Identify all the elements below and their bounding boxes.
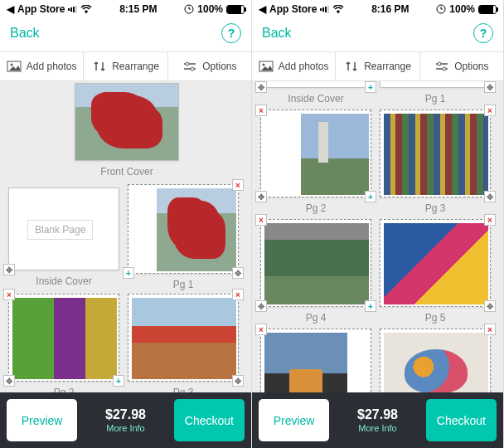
wifi-icon <box>332 5 344 13</box>
more-info-link[interactable]: More Info <box>106 423 144 433</box>
add-handle[interactable]: + <box>365 81 376 93</box>
delete-handle[interactable]: × <box>255 324 267 335</box>
add-photos-button[interactable]: Add photos <box>0 52 84 80</box>
add-photos-label: Add photos <box>27 61 77 72</box>
toolbar: Add photos Rearrange Options <box>252 51 503 81</box>
pg3-photo[interactable] <box>384 114 488 195</box>
delete-handle[interactable]: × <box>232 179 244 191</box>
move-handle[interactable]: ✥ <box>255 81 267 93</box>
rearrange-button[interactable]: Rearrange <box>84 52 167 80</box>
back-button[interactable]: Back <box>10 26 40 41</box>
phone-right: ◀ App Store 8:16 PM 100% Back ? Add phot… <box>252 0 504 448</box>
pg2-frame[interactable]: × ✥ + <box>8 294 119 382</box>
pg3-photo[interactable] <box>132 298 236 379</box>
footer: Preview $27.98 More Info Checkout <box>252 392 503 448</box>
pg7-photo[interactable] <box>384 333 488 392</box>
delete-handle[interactable]: × <box>255 214 267 226</box>
add-handle[interactable]: + <box>113 375 124 387</box>
status-bar: ◀ App Store 8:16 PM 100% <box>252 0 503 17</box>
inside-cover-label: Inside Cover <box>260 93 371 105</box>
checkout-button[interactable]: Checkout <box>174 399 245 441</box>
add-handle[interactable]: + <box>365 191 376 202</box>
battery-percent: 100% <box>197 3 223 15</box>
options-label: Options <box>202 61 236 72</box>
delete-handle[interactable]: × <box>3 289 15 300</box>
rearrange-icon <box>344 61 359 72</box>
footer: Preview $27.98 More Info Checkout <box>0 392 251 448</box>
front-cover-photo[interactable] <box>75 84 178 160</box>
move-handle[interactable]: ✥ <box>3 375 15 387</box>
rotation-lock-icon <box>436 4 446 14</box>
back-button[interactable]: Back <box>262 26 292 41</box>
move-handle[interactable]: ✥ <box>484 191 496 202</box>
rearrange-button[interactable]: Rearrange <box>336 52 419 80</box>
more-info-link[interactable]: More Info <box>358 423 396 433</box>
back-to-app-label[interactable]: App Store <box>269 3 317 15</box>
pg5-frame[interactable]: × ✥ <box>380 219 491 307</box>
phone-left: ◀ App Store 8:15 PM 100% Back ? Add phot… <box>0 0 252 448</box>
move-handle[interactable]: ✥ <box>3 264 15 275</box>
inside-cover-frame[interactable]: ✥ + <box>260 81 371 88</box>
pg4-photo[interactable] <box>264 223 369 304</box>
move-handle[interactable]: ✥ <box>232 375 244 387</box>
price-amount: $27.98 <box>105 407 146 422</box>
back-to-app-icon[interactable]: ◀ <box>259 3 266 15</box>
back-to-app-icon[interactable]: ◀ <box>7 3 14 15</box>
battery-percent: 100% <box>449 3 475 15</box>
pg4-frame[interactable]: × ✥ + <box>260 219 371 307</box>
front-cover-frame[interactable] <box>75 83 179 161</box>
pg2-photo[interactable] <box>12 298 117 379</box>
delete-handle[interactable]: × <box>484 324 496 335</box>
add-photos-icon <box>259 61 274 72</box>
move-handle[interactable]: ✥ <box>255 300 267 312</box>
pg1-frame[interactable]: × + ✥ <box>128 184 239 274</box>
add-photos-button[interactable]: Add photos <box>252 52 336 80</box>
rearrange-icon <box>92 61 107 72</box>
move-handle[interactable]: ✥ <box>255 191 267 202</box>
pg1-label: Pg 1 <box>128 279 239 290</box>
delete-handle[interactable]: × <box>255 105 267 116</box>
add-handle[interactable]: + <box>365 300 376 312</box>
back-to-app-label[interactable]: App Store <box>17 3 65 15</box>
move-handle[interactable]: ✥ <box>484 300 496 312</box>
help-button[interactable]: ? <box>473 23 493 43</box>
toolbar: Add photos Rearrange Options <box>0 51 251 81</box>
checkout-button[interactable]: Checkout <box>426 399 497 441</box>
delete-handle[interactable]: × <box>232 289 244 300</box>
pg3-frame[interactable]: × ✥ <box>380 110 491 197</box>
move-handle[interactable]: ✥ <box>484 81 496 93</box>
pg3-frame[interactable]: × ✥ <box>128 294 239 382</box>
pg5-photo[interactable] <box>384 223 488 304</box>
preview-button[interactable]: Preview <box>259 399 329 441</box>
svg-point-3 <box>186 62 189 66</box>
pg6-frame[interactable]: × <box>260 329 371 392</box>
price-display[interactable]: $27.98 More Info <box>84 399 167 441</box>
preview-button[interactable]: Preview <box>7 399 77 441</box>
options-button[interactable]: Options <box>420 52 503 80</box>
move-handle[interactable]: ✥ <box>232 267 244 279</box>
inside-cover-label: Inside Cover <box>8 275 119 287</box>
pg5-label: Pg 5 <box>380 312 491 324</box>
delete-handle[interactable]: × <box>484 105 496 116</box>
pg2-frame[interactable]: × ✥ + <box>260 110 371 197</box>
delete-handle[interactable]: × <box>484 214 496 226</box>
inside-cover-frame[interactable]: Blank Page ✥ <box>8 187 119 270</box>
wifi-icon <box>80 5 92 13</box>
options-button[interactable]: Options <box>168 52 251 80</box>
svg-point-7 <box>262 64 264 66</box>
pg1-photo[interactable] <box>157 188 236 271</box>
pg1-frame[interactable]: ✥ <box>380 81 491 88</box>
price-display[interactable]: $27.98 More Info <box>336 399 419 441</box>
help-button[interactable]: ? <box>221 23 241 43</box>
options-label: Options <box>454 61 488 72</box>
svg-point-8 <box>438 62 441 66</box>
front-cover-label: Front Cover <box>75 166 179 178</box>
pg2-photo[interactable] <box>301 114 369 195</box>
pg6-photo[interactable] <box>264 333 347 392</box>
editor-canvas[interactable]: Front Cover Blank Page ✥ Inside Cover × … <box>0 81 251 392</box>
status-bar: ◀ App Store 8:15 PM 100% <box>0 0 251 17</box>
add-handle[interactable]: + <box>123 267 134 279</box>
editor-canvas[interactable]: ✥ + Inside Cover ✥ Pg 1 × ✥ + Pg 2 × ✥ P… <box>252 81 503 392</box>
svg-point-2 <box>10 64 12 66</box>
pg7-frame[interactable]: × <box>380 329 491 392</box>
